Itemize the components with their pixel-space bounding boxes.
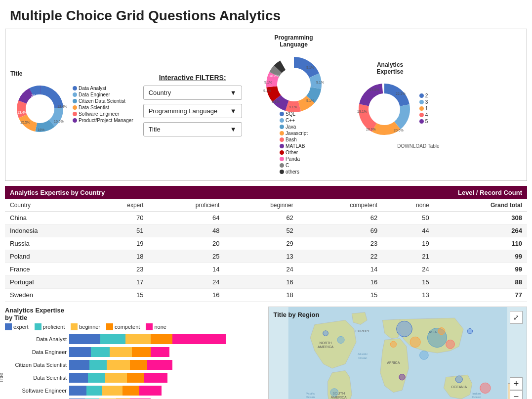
cell-expert: 18: [89, 250, 149, 263]
cell-grand-total: 88: [434, 276, 527, 289]
svg-point-58: [396, 321, 412, 337]
table-row: China 70 64 62 62 50 308: [5, 212, 527, 224]
title-chart-section: Title 26.3% 13.4% 15.5% 16% 16.5% 12.4% …: [10, 70, 133, 140]
svg-point-37: [369, 94, 399, 124]
svg-text:9.1%: 9.1%: [272, 100, 280, 103]
cell-grand-total: 99: [434, 263, 527, 276]
cell-expert: 70: [89, 212, 149, 224]
svg-text:22.2%: 22.2%: [396, 92, 406, 95]
svg-point-59: [410, 337, 420, 347]
svg-point-61: [446, 340, 454, 349]
col-none: none: [382, 199, 434, 212]
bar-segment-proficient: [100, 334, 125, 344]
bar-chart-title: Analytics Expertiseby Title: [5, 307, 263, 321]
country-filter[interactable]: Country ▼: [143, 86, 242, 100]
analytics-table: Country expert proficient beginner compe…: [5, 199, 527, 302]
svg-text:Ocean: Ocean: [472, 395, 481, 399]
bar-segment-none: [144, 373, 168, 383]
cell-none: 13: [382, 289, 434, 302]
bar-segment-expert: [69, 386, 86, 396]
analytics-exp-legend: 2 3 1 4 5: [419, 93, 428, 125]
svg-point-64: [390, 341, 396, 347]
title-chart-legend: Data Analyst Data Engineer Citizen Data …: [73, 86, 133, 124]
bar-segment-proficient: [91, 347, 110, 357]
svg-text:16%: 16%: [38, 128, 44, 132]
prog-lang-title: ProgrammingLanguage: [275, 34, 313, 48]
map-zoom-out-btn[interactable]: −: [510, 390, 523, 399]
bar-segment-expert: [69, 347, 91, 357]
cell-proficient: 48: [149, 224, 225, 237]
bar-segment-beginner: [125, 334, 151, 344]
bottom-section: Analytics Expertiseby Title expert profi…: [5, 307, 527, 399]
analytics-exp-title: AnalyticsExpertise: [377, 61, 404, 75]
cell-country: Indonesia: [5, 224, 89, 237]
bar-chart-section: Analytics Expertiseby Title expert profi…: [5, 307, 263, 399]
svg-point-6: [27, 96, 53, 122]
cell-beginner: 62: [224, 212, 298, 224]
programming-language-filter[interactable]: Programming Language ▼: [143, 104, 242, 118]
svg-point-69: [438, 328, 445, 335]
svg-text:9.1%: 9.1%: [264, 81, 272, 84]
svg-text:19.1%: 19.1%: [357, 110, 367, 113]
svg-point-23: [278, 68, 310, 101]
svg-text:NORTH: NORTH: [319, 341, 331, 345]
svg-text:12.4%: 12.4%: [57, 105, 67, 108]
cell-none: 15: [382, 276, 434, 289]
bar-segment-beginner: [102, 386, 122, 396]
cell-country: Poland: [5, 250, 89, 263]
prog-lang-section: ProgrammingLanguage 18.2% 9.1% 9.1% 9.1%…: [252, 34, 336, 176]
bar-row-label: Data Engineer: [5, 349, 67, 355]
cell-competent: 14: [298, 263, 382, 276]
bar-segment-expert: [69, 373, 88, 383]
y-axis-label: Title: [0, 373, 4, 383]
map-section: Title by Region ⤢ NORTH AMERICA SOUTH: [268, 307, 528, 399]
svg-text:9.1%: 9.1%: [289, 105, 297, 109]
cell-grand-total: 110: [434, 237, 527, 250]
bar-row: Data Scientist: [69, 373, 263, 383]
col-expert: expert: [89, 199, 149, 212]
svg-text:15.5%: 15.5%: [20, 121, 30, 124]
download-table-btn[interactable]: DOWNLOAD Table: [397, 143, 439, 149]
col-beginner: beginner: [224, 199, 298, 212]
svg-point-63: [323, 331, 328, 336]
table-row: Russia 19 20 29 23 19 110: [5, 237, 527, 250]
bar-segment-proficient: [86, 386, 102, 396]
prog-lang-donut-chart: 18.2% 9.1% 9.1% 9.1% 9.1% 9.1% 9.1% 9.1%: [259, 50, 328, 114]
bar-segment-competent: [127, 373, 144, 383]
col-grand-total: Grand total: [434, 199, 527, 212]
cell-proficient: 25: [149, 250, 225, 263]
cell-country: Russia: [5, 237, 89, 250]
map-fullscreen-btn[interactable]: ⤢: [510, 311, 523, 324]
svg-text:EUROPE: EUROPE: [355, 329, 370, 333]
bar-chart-legend: expert proficient beginner competent non…: [5, 323, 263, 330]
analytics-exp-section: AnalyticsExpertise 22.2% 17.5% 19.1% 20.…: [341, 61, 440, 149]
bar-segment-proficient: [89, 360, 107, 370]
cell-grand-total: 77: [434, 289, 527, 302]
bar-segment-competent: [132, 347, 151, 357]
svg-text:OCEANIA: OCEANIA: [451, 385, 467, 389]
cell-grand-total: 264: [434, 224, 527, 237]
bar-row: Citizen Data Scientist: [69, 360, 263, 370]
cell-proficient: 16: [149, 289, 225, 302]
cell-expert: 19: [89, 237, 149, 250]
svg-text:9.1%: 9.1%: [306, 99, 314, 102]
cell-competent: 16: [298, 276, 382, 289]
filters-section: Interactive FILTERS: Country ▼ Programmi…: [138, 74, 247, 136]
cell-beginner: 24: [224, 263, 298, 276]
svg-text:Pacific: Pacific: [305, 392, 314, 395]
bar-row-label: Software Engineer: [5, 388, 67, 394]
map-zoom-in-btn[interactable]: +: [510, 377, 523, 390]
table-row: Sweden 15 16 18 15 13 77: [5, 289, 527, 302]
cell-beginner: 18: [224, 289, 298, 302]
col-competent: competent: [298, 199, 382, 212]
title-filter[interactable]: Title ▼: [143, 122, 242, 136]
cell-competent: 15: [298, 289, 382, 302]
bar-row: Data Analyst: [69, 334, 263, 344]
bar-segment-beginner: [110, 347, 131, 357]
svg-point-65: [330, 389, 338, 397]
cell-none: 19: [382, 237, 434, 250]
world-map-svg: NORTH AMERICA SOUTH AMERICA AFRICA ASIA …: [269, 307, 527, 399]
cell-none: 21: [382, 250, 434, 263]
cell-proficient: 64: [149, 212, 225, 224]
bar-segment-proficient: [88, 373, 105, 383]
